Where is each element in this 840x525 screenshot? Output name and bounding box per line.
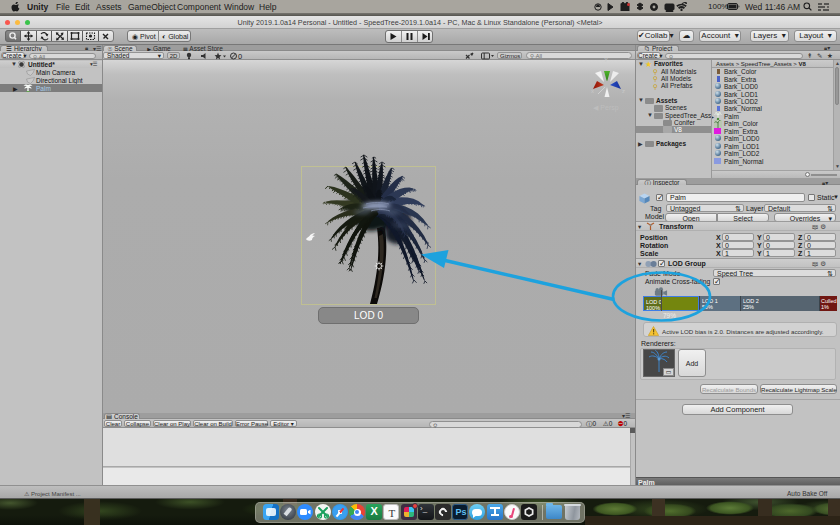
svg-text:y: y <box>605 56 608 62</box>
svg-text:0: 0 <box>238 52 242 60</box>
svg-text:z: z <box>622 88 625 94</box>
svg-text:x: x <box>591 88 594 94</box>
